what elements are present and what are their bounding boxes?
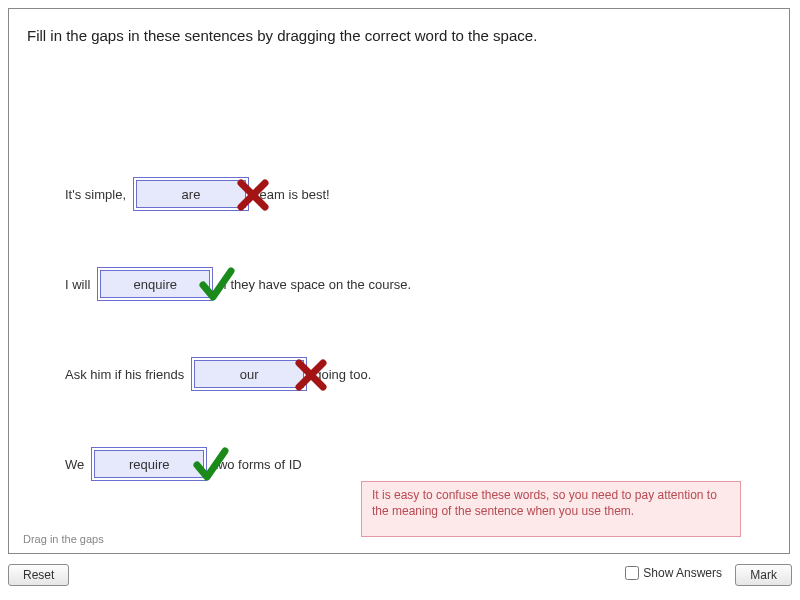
- sentence-after: team is best!: [256, 187, 330, 202]
- sentence-after: if they have space on the course.: [220, 277, 411, 292]
- drop-slot[interactable]: enquire: [100, 270, 210, 298]
- show-answers-checkbox[interactable]: Show Answers: [625, 566, 722, 580]
- sentence-row: Ask him if his friends our going too.: [65, 329, 745, 419]
- sentence-row: It's simple, are team is best!: [65, 149, 745, 239]
- sentence-after: two forms of ID: [214, 457, 301, 472]
- slot-word: require: [129, 457, 169, 472]
- sentence-row: I will enquire if they have space on the…: [65, 239, 745, 329]
- instructions-text: Fill in the gaps in these sentences by d…: [27, 27, 771, 44]
- drop-slot[interactable]: require: [94, 450, 204, 478]
- slot-word: enquire: [134, 277, 177, 292]
- show-answers-input[interactable]: [625, 566, 639, 580]
- sentence-before: Ask him if his friends: [65, 367, 184, 382]
- reset-button[interactable]: Reset: [8, 564, 69, 586]
- drop-slot[interactable]: our: [194, 360, 304, 388]
- toolbar: Reset Show Answers Mark: [0, 560, 800, 600]
- feedback-box: It is easy to confuse these words, so yo…: [361, 481, 741, 537]
- sentence-before: We: [65, 457, 84, 472]
- drop-slot[interactable]: are: [136, 180, 246, 208]
- sentence-before: It's simple,: [65, 187, 126, 202]
- slot-word: are: [182, 187, 201, 202]
- exercise-panel: Fill in the gaps in these sentences by d…: [8, 8, 790, 554]
- show-answers-label: Show Answers: [643, 566, 722, 580]
- sentence-after: going too.: [314, 367, 371, 382]
- hint-text: Drag in the gaps: [23, 533, 104, 545]
- sentence-before: I will: [65, 277, 90, 292]
- mark-button[interactable]: Mark: [735, 564, 792, 586]
- slot-word: our: [240, 367, 259, 382]
- sentence-rows: It's simple, are team is best! I will en…: [65, 149, 745, 509]
